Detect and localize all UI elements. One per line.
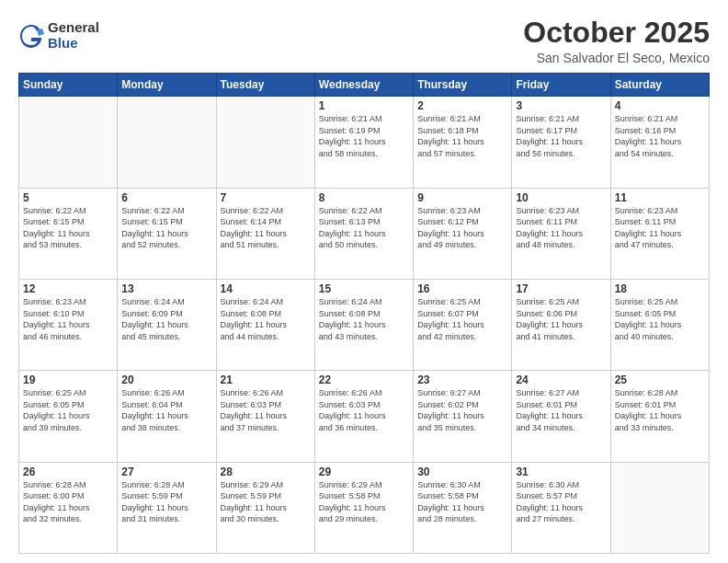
page: General Blue October 2025 San Salvador E… (0, 0, 728, 563)
day-info: Sunrise: 6:21 AM Sunset: 6:19 PM Dayligh… (319, 113, 409, 159)
day-info: Sunrise: 6:26 AM Sunset: 6:03 PM Dayligh… (221, 387, 311, 433)
day-info: Sunrise: 6:23 AM Sunset: 6:12 PM Dayligh… (417, 205, 507, 251)
week-row-3: 12Sunrise: 6:23 AM Sunset: 6:10 PM Dayli… (19, 279, 710, 370)
day-number: 2 (417, 99, 507, 112)
logo-general: General (48, 20, 99, 36)
calendar-cell: 15Sunrise: 6:24 AM Sunset: 6:08 PM Dayli… (314, 279, 413, 370)
day-info: Sunrise: 6:29 AM Sunset: 5:59 PM Dayligh… (221, 479, 311, 525)
weekday-header-friday: Friday (512, 74, 610, 97)
day-info: Sunrise: 6:30 AM Sunset: 5:57 PM Dayligh… (516, 479, 606, 525)
calendar-cell: 22Sunrise: 6:26 AM Sunset: 6:03 PM Dayli… (314, 371, 413, 462)
calendar-cell: 31Sunrise: 6:30 AM Sunset: 5:57 PM Dayli… (512, 462, 610, 553)
day-info: Sunrise: 6:28 AM Sunset: 6:00 PM Dayligh… (23, 479, 113, 525)
day-number: 12 (23, 282, 113, 295)
day-info: Sunrise: 6:25 AM Sunset: 6:07 PM Dayligh… (417, 296, 507, 342)
day-info: Sunrise: 6:22 AM Sunset: 6:15 PM Dayligh… (121, 205, 211, 251)
calendar-cell: 7Sunrise: 6:22 AM Sunset: 6:14 PM Daylig… (216, 188, 314, 279)
calendar-cell: 14Sunrise: 6:24 AM Sunset: 6:08 PM Dayli… (216, 279, 314, 370)
calendar-cell: 18Sunrise: 6:25 AM Sunset: 6:05 PM Dayli… (610, 279, 709, 370)
day-number: 19 (23, 373, 113, 386)
weekday-header-monday: Monday (118, 74, 216, 97)
week-row-1: 1Sunrise: 6:21 AM Sunset: 6:19 PM Daylig… (19, 97, 710, 188)
day-number: 6 (121, 191, 211, 204)
day-number: 11 (615, 191, 705, 204)
weekday-header-tuesday: Tuesday (216, 74, 314, 97)
calendar-cell: 11Sunrise: 6:23 AM Sunset: 6:11 PM Dayli… (610, 188, 709, 279)
day-number: 30 (417, 465, 507, 478)
day-number: 9 (417, 191, 507, 204)
calendar-table: SundayMondayTuesdayWednesdayThursdayFrid… (18, 73, 710, 554)
calendar-cell: 20Sunrise: 6:26 AM Sunset: 6:04 PM Dayli… (118, 371, 216, 462)
logo-blue: Blue (48, 36, 99, 52)
day-info: Sunrise: 6:22 AM Sunset: 6:14 PM Dayligh… (221, 205, 311, 251)
weekday-header-thursday: Thursday (414, 74, 512, 97)
calendar-cell: 26Sunrise: 6:28 AM Sunset: 6:00 PM Dayli… (19, 462, 118, 553)
day-number: 10 (516, 191, 606, 204)
day-number: 29 (319, 465, 409, 478)
day-number: 7 (221, 191, 311, 204)
calendar-cell (118, 97, 216, 188)
calendar-cell: 13Sunrise: 6:24 AM Sunset: 6:09 PM Dayli… (118, 279, 216, 370)
calendar-cell: 6Sunrise: 6:22 AM Sunset: 6:15 PM Daylig… (118, 188, 216, 279)
calendar-cell: 10Sunrise: 6:23 AM Sunset: 6:11 PM Dayli… (512, 188, 610, 279)
day-info: Sunrise: 6:22 AM Sunset: 6:13 PM Dayligh… (319, 205, 409, 251)
day-info: Sunrise: 6:25 AM Sunset: 6:05 PM Dayligh… (23, 387, 113, 433)
day-number: 25 (615, 373, 705, 386)
day-number: 28 (221, 465, 311, 478)
day-info: Sunrise: 6:22 AM Sunset: 6:15 PM Dayligh… (23, 205, 113, 251)
day-info: Sunrise: 6:25 AM Sunset: 6:06 PM Dayligh… (516, 296, 606, 342)
day-info: Sunrise: 6:26 AM Sunset: 6:03 PM Dayligh… (319, 387, 409, 433)
day-info: Sunrise: 6:28 AM Sunset: 5:59 PM Dayligh… (121, 479, 211, 525)
day-number: 1 (319, 99, 409, 112)
week-row-2: 5Sunrise: 6:22 AM Sunset: 6:15 PM Daylig… (19, 188, 710, 279)
day-info: Sunrise: 6:30 AM Sunset: 5:58 PM Dayligh… (417, 479, 507, 525)
calendar-cell: 5Sunrise: 6:22 AM Sunset: 6:15 PM Daylig… (19, 188, 118, 279)
day-info: Sunrise: 6:28 AM Sunset: 6:01 PM Dayligh… (615, 387, 705, 433)
logo: General Blue (18, 20, 99, 51)
day-number: 16 (417, 282, 507, 295)
day-number: 31 (516, 465, 606, 478)
day-info: Sunrise: 6:21 AM Sunset: 6:16 PM Dayligh… (615, 113, 705, 159)
calendar-cell: 28Sunrise: 6:29 AM Sunset: 5:59 PM Dayli… (216, 462, 314, 553)
day-number: 24 (516, 373, 606, 386)
week-row-5: 26Sunrise: 6:28 AM Sunset: 6:00 PM Dayli… (19, 462, 710, 553)
day-info: Sunrise: 6:25 AM Sunset: 6:05 PM Dayligh… (615, 296, 705, 342)
day-number: 14 (221, 282, 311, 295)
calendar-cell: 2Sunrise: 6:21 AM Sunset: 6:18 PM Daylig… (414, 97, 512, 188)
calendar-cell: 25Sunrise: 6:28 AM Sunset: 6:01 PM Dayli… (610, 371, 709, 462)
day-info: Sunrise: 6:21 AM Sunset: 6:18 PM Dayligh… (417, 113, 507, 159)
calendar-cell: 23Sunrise: 6:27 AM Sunset: 6:02 PM Dayli… (414, 371, 512, 462)
day-number: 13 (121, 282, 211, 295)
calendar-cell: 4Sunrise: 6:21 AM Sunset: 6:16 PM Daylig… (610, 97, 709, 188)
day-number: 18 (615, 282, 705, 295)
calendar-cell: 30Sunrise: 6:30 AM Sunset: 5:58 PM Dayli… (414, 462, 512, 553)
day-number: 27 (121, 465, 211, 478)
header: General Blue October 2025 San Salvador E… (18, 17, 710, 65)
calendar-cell: 12Sunrise: 6:23 AM Sunset: 6:10 PM Dayli… (19, 279, 118, 370)
day-info: Sunrise: 6:27 AM Sunset: 6:01 PM Dayligh… (516, 387, 606, 433)
day-number: 15 (319, 282, 409, 295)
calendar-cell (610, 462, 709, 553)
calendar-cell (19, 97, 118, 188)
weekday-header-sunday: Sunday (19, 74, 118, 97)
calendar-cell: 24Sunrise: 6:27 AM Sunset: 6:01 PM Dayli… (512, 371, 610, 462)
day-info: Sunrise: 6:23 AM Sunset: 6:11 PM Dayligh… (615, 205, 705, 251)
day-number: 5 (23, 191, 113, 204)
day-info: Sunrise: 6:24 AM Sunset: 6:09 PM Dayligh… (121, 296, 211, 342)
day-number: 3 (516, 99, 606, 112)
weekday-header-wednesday: Wednesday (314, 74, 413, 97)
day-number: 22 (319, 373, 409, 386)
calendar-cell: 27Sunrise: 6:28 AM Sunset: 5:59 PM Dayli… (118, 462, 216, 553)
calendar-cell: 17Sunrise: 6:25 AM Sunset: 6:06 PM Dayli… (512, 279, 610, 370)
calendar-cell: 9Sunrise: 6:23 AM Sunset: 6:12 PM Daylig… (414, 188, 512, 279)
day-info: Sunrise: 6:24 AM Sunset: 6:08 PM Dayligh… (319, 296, 409, 342)
calendar-cell: 8Sunrise: 6:22 AM Sunset: 6:13 PM Daylig… (314, 188, 413, 279)
logo-icon (18, 23, 44, 49)
calendar-cell: 29Sunrise: 6:29 AM Sunset: 5:58 PM Dayli… (314, 462, 413, 553)
day-number: 8 (319, 191, 409, 204)
day-info: Sunrise: 6:23 AM Sunset: 6:10 PM Dayligh… (23, 296, 113, 342)
day-number: 21 (221, 373, 311, 386)
day-number: 17 (516, 282, 606, 295)
day-number: 4 (615, 99, 705, 112)
title-section: October 2025 San Salvador El Seco, Mexic… (523, 17, 710, 65)
